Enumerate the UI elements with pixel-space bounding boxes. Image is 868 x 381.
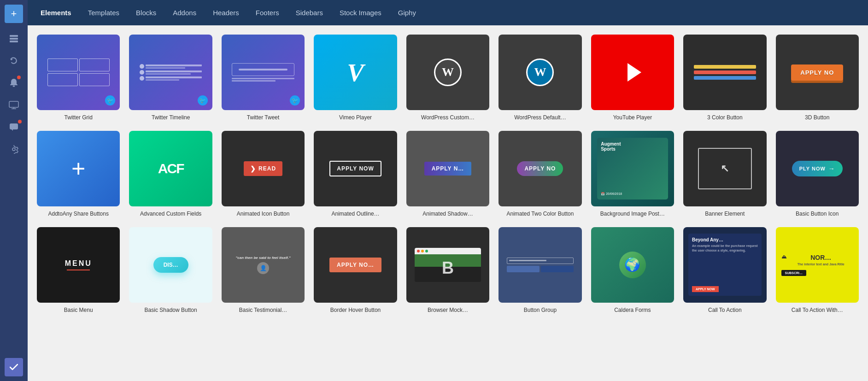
layers-icon[interactable] — [5, 29, 23, 48]
undo-icon[interactable] — [5, 52, 23, 70]
element-twitter-grid[interactable]: 🐦 Twitter Grid — [37, 35, 120, 122]
element-wp-default[interactable]: W WordPress Default… — [499, 35, 581, 122]
element-wp-custom-label: WordPress Custom… — [421, 114, 475, 122]
element-bg-image-label: Background Image Post… — [600, 210, 665, 218]
element-3d-button[interactable]: APPLY NO 3D Button — [776, 35, 859, 122]
nav-headers[interactable]: Headers — [205, 5, 247, 20]
element-cta[interactable]: Beyond Any… An example could be the purc… — [683, 227, 766, 314]
elements-grid: 🐦 Twitter Grid — [37, 35, 859, 314]
nav-footers[interactable]: Footers — [247, 5, 287, 20]
nav-addons[interactable]: Addons — [164, 5, 205, 20]
svg-rect-1 — [10, 38, 18, 40]
element-youtube[interactable]: YouTube Player — [591, 35, 674, 122]
nav-elements[interactable]: Elements — [32, 5, 80, 20]
nav-sidebars[interactable]: Sidebars — [287, 5, 331, 20]
element-twitter-tweet[interactable]: 🐦 Twitter Tweet — [222, 35, 305, 122]
element-addtoany[interactable]: + AddtoAny Share Buttons — [37, 131, 120, 218]
settings-icon[interactable] — [5, 140, 23, 158]
display-icon[interactable] — [5, 96, 23, 114]
top-nav: Elements Templates Blocks Addons Headers… — [28, 0, 868, 25]
svg-rect-0 — [10, 35, 18, 37]
nav-blocks[interactable]: Blocks — [128, 5, 164, 20]
elements-grid-area: 🐦 Twitter Grid — [28, 25, 868, 381]
element-twitter-timeline-label: Twitter Timeline — [152, 114, 190, 122]
element-basic-shadow-label: Basic Shadow Button — [145, 306, 197, 314]
left-sidebar: + — [0, 0, 28, 381]
element-3color-label: 3 Color Button — [707, 114, 743, 122]
element-youtube-label: YouTube Player — [613, 114, 652, 122]
element-acf-label: Advanced Custom Fields — [140, 210, 201, 218]
element-animated-outline[interactable]: APPLY NOW Animated Outline… — [314, 131, 397, 218]
element-basic-testimonial-label: Basic Testimonial… — [239, 306, 287, 314]
element-button-group-label: Button Group — [524, 306, 557, 314]
nav-giphy[interactable]: Giphy — [390, 5, 424, 20]
check-icon[interactable] — [5, 358, 23, 376]
main-content: Elements Templates Blocks Addons Headers… — [28, 0, 868, 381]
element-caldera-forms[interactable]: 🌍 Caldera Forms — [591, 227, 674, 314]
element-basic-menu[interactable]: MENU Basic Menu — [37, 227, 120, 314]
element-twitter-timeline[interactable]: 🐦 Twitter Timeline — [129, 35, 212, 122]
element-banner[interactable]: ↖ Banner Element — [683, 131, 766, 218]
element-basic-button-icon[interactable]: PLY NOW → Basic Button Icon — [776, 131, 859, 218]
element-border-hover-label: Border Hover Button — [330, 306, 381, 314]
svg-point-9 — [12, 148, 15, 151]
element-wp-default-label: WordPress Default… — [514, 114, 566, 122]
element-basic-shadow[interactable]: DIS… Basic Shadow Button — [129, 227, 212, 314]
element-border-hover[interactable]: APPLY NO… Border Hover Button — [314, 227, 397, 314]
element-button-group[interactable]: Button Group — [499, 227, 581, 314]
element-banner-label: Banner Element — [705, 210, 745, 218]
element-wp-custom[interactable]: W WordPress Custom… — [406, 35, 489, 122]
element-animated-shadow-label: Animated Shadow… — [422, 210, 473, 218]
element-cta-with[interactable]: ⛰ NOR… The interior text and Java Ritle … — [776, 227, 859, 314]
element-vimeo-label: Vimeo Player — [339, 114, 372, 122]
element-vimeo[interactable]: V Vimeo Player — [314, 35, 397, 122]
svg-marker-8 — [12, 129, 13, 131]
chat-icon[interactable] — [5, 118, 23, 136]
element-acf[interactable]: ACF Advanced Custom Fields — [129, 131, 212, 218]
svg-rect-7 — [10, 123, 18, 129]
element-addtoany-label: AddtoAny Share Buttons — [48, 210, 109, 218]
nav-templates[interactable]: Templates — [80, 5, 128, 20]
svg-rect-2 — [10, 41, 18, 42]
svg-point-3 — [13, 86, 15, 87]
element-caldera-label: Caldera Forms — [614, 306, 651, 314]
element-basic-button-icon-label: Basic Button Icon — [796, 210, 839, 218]
element-cta-label: Call To Action — [708, 306, 742, 314]
element-animated-outline-label: Animated Outline… — [332, 210, 380, 218]
bell-icon[interactable] — [5, 74, 23, 92]
svg-rect-4 — [9, 101, 18, 107]
element-animated-icon[interactable]: ❯ READ Animated Icon Button — [222, 131, 305, 218]
element-3d-button-label: 3D Button — [805, 114, 829, 122]
element-bg-image-post[interactable]: AugmentSports 📅 20/06/2018 Background Im… — [591, 131, 674, 218]
element-animated-icon-label: Animated Icon Button — [237, 210, 290, 218]
element-3color-button[interactable]: 3 Color Button — [683, 35, 766, 122]
element-animated-two[interactable]: APPLY NO Animated Two Color Button — [499, 131, 581, 218]
element-animated-shadow[interactable]: APPLY N… Animated Shadow… — [406, 131, 489, 218]
add-button[interactable]: + — [5, 5, 23, 23]
element-animated-two-label: Animated Two Color Button — [507, 210, 574, 218]
element-basic-testimonial[interactable]: "can then be said to feel itself." 👤 Bas… — [222, 227, 305, 314]
element-cta-with-label: Call To Action With… — [792, 306, 843, 314]
element-basic-menu-label: Basic Menu — [64, 306, 93, 314]
element-browser-mock[interactable]: B Browser Mock… — [406, 227, 489, 314]
element-browser-mock-label: Browser Mock… — [428, 306, 468, 314]
element-twitter-grid-label: Twitter Grid — [65, 114, 93, 122]
nav-stock-images[interactable]: Stock Images — [331, 5, 390, 20]
element-twitter-tweet-label: Twitter Tweet — [247, 114, 279, 122]
